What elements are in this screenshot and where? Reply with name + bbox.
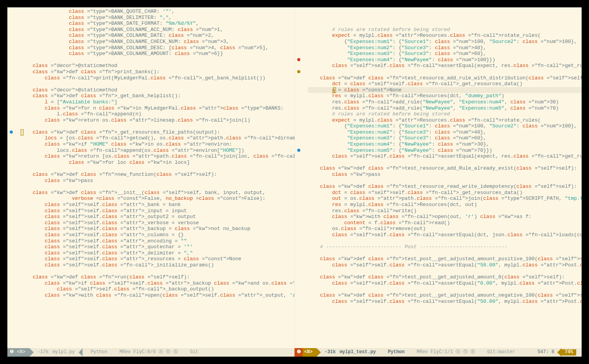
code-line[interactable]: class ="type">BANK_COLNAME_AMOUNT: class… xyxy=(21,51,294,57)
code-line[interactable]: l.class ="fn-call">append(n) xyxy=(21,111,294,117)
minor-modes[interactable]: MRev FlyC:1/1 Ⓐ ⓗ Ⓢ xyxy=(413,348,479,357)
code-line[interactable]: class ="kw">def class ="fn">test_post__g… xyxy=(308,256,582,262)
code-line[interactable]: class ="self">self.class ="attr">_bank =… xyxy=(21,202,294,208)
code-line[interactable]: class ="kw">pass xyxy=(308,172,582,178)
code-line[interactable]: class ="self">self.class ="fn-call">_ini… xyxy=(21,262,294,268)
code-line[interactable]: class ="kw">def class ="fn">_get_bank_he… xyxy=(21,93,294,99)
code-line[interactable]: class ="self">self.class ="fn-call">asse… xyxy=(308,63,582,69)
code-line[interactable]: {"Expenses:num1": {"Source1": class ="nu… xyxy=(308,39,582,45)
buffer-name[interactable]: mylpl.py xyxy=(52,348,79,357)
code-line[interactable]: class ="kw">if class ="self">self.class … xyxy=(21,280,294,287)
code-line[interactable]: class ="self">self.class ="attr">_output… xyxy=(21,214,294,220)
code-line[interactable]: class ="kw">return [os.class ="attr">pat… xyxy=(21,153,294,160)
code-line[interactable] xyxy=(308,178,582,184)
code-line[interactable]: "Expenses:num4": {"NewPayee": class ="nu… xyxy=(308,141,582,148)
code-line[interactable]: res.class ="fn-call">add_rule("NewPayee"… xyxy=(308,105,582,112)
code-line[interactable]: class ="decor">@staticmethod xyxy=(21,87,294,93)
code-line[interactable] xyxy=(21,123,294,129)
code-line[interactable]: content = f.class ="fn-call">read() xyxy=(308,220,582,226)
right-gutter[interactable] xyxy=(295,7,308,348)
minor-modes[interactable]: MRev FlyC:0/0 Ⓐ ⓗ Ⓢ xyxy=(115,348,182,357)
code-line[interactable]: dct = class ="self">self.class ="fn-call… xyxy=(308,81,582,87)
code-line[interactable]: # rules are rotated before being stored xyxy=(308,27,582,33)
code-line[interactable]: l = ["Available banks:"] xyxy=(21,99,294,105)
code-line[interactable] xyxy=(21,184,294,190)
code-line[interactable]: class ="kw">def class ="fn">__init__(cla… xyxy=(21,190,294,196)
code-line[interactable]: class ="kw">def class ="fn">test_post__g… xyxy=(308,274,582,280)
code-line[interactable]: class ="self">self.class ="attr">_quotec… xyxy=(21,244,294,250)
left-gutter[interactable] xyxy=(7,7,21,348)
code-line[interactable] xyxy=(21,165,294,172)
code-line[interactable]: os.class ="fn-call">remove(out) xyxy=(308,226,582,232)
code-line[interactable]: class ="self">self.class ="fn-call">asse… xyxy=(308,299,582,305)
code-line[interactable]: "Expenses:num2": {"Source3": class ="num… xyxy=(308,129,582,136)
code-line[interactable]: class ="type">BANK_DATE_FORMAT: "%m/%d/%… xyxy=(21,21,294,27)
code-line[interactable]: verbose =class ="const">False, no_backup… xyxy=(21,196,294,202)
major-mode[interactable]: Python xyxy=(87,348,111,357)
code-line[interactable]: {"Expenses:num1": {"Source1": class ="nu… xyxy=(308,123,582,129)
right-code-area[interactable]: # rules are rotated before being stored … xyxy=(308,7,582,348)
right-pane[interactable]: # rules are rotated before being stored … xyxy=(294,7,582,348)
code-line[interactable] xyxy=(308,268,582,275)
gutter-marker-icon[interactable] xyxy=(297,58,300,61)
code-line[interactable] xyxy=(308,160,582,166)
code-line[interactable] xyxy=(21,268,294,275)
gutter-marker-icon[interactable] xyxy=(10,130,13,134)
code-line[interactable]: class ="self">self.class ="fn-call">asse… xyxy=(308,280,582,287)
code-line[interactable]: class ="self">self.class ="attr">_delimi… xyxy=(21,250,294,256)
code-line[interactable]: class ="kw">def class ="fn">run(class ="… xyxy=(21,274,294,280)
left-modeline[interactable]: ❶ <N> - 17k mylpl.py Python MRev FlyC:0/… xyxy=(7,348,294,357)
code-line[interactable]: "Expenses:num3": {"Source3": class ="num… xyxy=(308,51,582,57)
code-line[interactable]: class ="kw">pass xyxy=(21,178,294,184)
code-line[interactable]: res = mylpl.class ="fn-call">Resources(d… xyxy=(308,202,582,208)
code-line[interactable]: class ="self">self.class ="attr">_input … xyxy=(21,208,294,214)
code-line[interactable]: class ="self">self.class ="fn-call">_bac… xyxy=(21,286,294,292)
code-line[interactable]: class ="kw">for loc class ="kw">in locs] xyxy=(21,160,294,166)
code-line[interactable]: "Expenses:num5": {"NewPayee": class ="nu… xyxy=(308,148,582,154)
code-line[interactable]: class ="kw">return os.class ="attr">line… xyxy=(21,117,294,124)
code-line[interactable]: class ="kw">for n class ="kw">in MyLedge… xyxy=(21,105,294,112)
code-line[interactable]: out = os.class ="attr">path.class ="fn-c… xyxy=(308,196,582,202)
code-line[interactable]: res.class ="fn-call">add_rule("NewPayee"… xyxy=(308,99,582,105)
code-line[interactable]: class ="kw">def class ="fn">test_post__g… xyxy=(308,292,582,299)
code-line[interactable] xyxy=(308,238,582,244)
gutter-marker-icon[interactable] xyxy=(297,70,300,73)
code-line[interactable]: expect = mylpl.class ="attr">Resources.c… xyxy=(308,117,582,124)
left-code-area[interactable]: class ="type">BANK_QUOTE_CHAR: '"', clas… xyxy=(21,7,294,348)
code-line[interactable] xyxy=(21,57,294,63)
left-pane[interactable]: class ="type">BANK_QUOTE_CHAR: '"', clas… xyxy=(7,7,294,348)
code-line[interactable]: class ="self">self.class ="attr">_column… xyxy=(21,232,294,238)
code-line[interactable] xyxy=(308,69,582,75)
code-line[interactable]: class ="kw">def class ="fn">_get_resourc… xyxy=(21,129,294,136)
code-line[interactable]: class ="kw">def class ="fn">test_resourc… xyxy=(308,184,582,190)
code-line[interactable] xyxy=(21,81,294,87)
code-line[interactable]: locs.class ="fn-call">append(os.class ="… xyxy=(21,148,294,154)
vcs-indicator[interactable]: Git:master xyxy=(483,348,519,357)
code-line[interactable]: class ="self">self.class ="attr">_resour… xyxy=(21,256,294,262)
code-line[interactable]: # ------------------------- Post -------… xyxy=(308,244,582,250)
code-line[interactable]: class ="self">self.class ="attr">_encodi… xyxy=(21,238,294,244)
code-line[interactable]: class ="type">BANK_COLNAME_DESC: [class … xyxy=(21,45,294,51)
code-line[interactable]: class ="self">self.class ="fn-call">asse… xyxy=(308,153,582,160)
code-line[interactable]: a = class ="const">None xyxy=(308,87,582,93)
code-line[interactable]: class ="self">self.class ="fn-call">asse… xyxy=(308,262,582,268)
code-line[interactable]: "Expenses:num3": {"Source3": class ="num… xyxy=(308,135,582,141)
code-line[interactable]: class ="self">self.class ="attr">_backup… xyxy=(21,226,294,232)
code-line[interactable]: res = mylpl.class ="fn-call">Resources(d… xyxy=(308,93,582,99)
code-line[interactable]: class ="kw">def class ="fn">test_resourc… xyxy=(308,165,582,172)
major-mode[interactable]: Python xyxy=(384,348,408,357)
code-line[interactable] xyxy=(308,250,582,256)
code-line[interactable]: class ="kw">def class ="fn">test_resourc… xyxy=(308,75,582,81)
code-line[interactable]: class ="self">self.class ="fn-call">asse… xyxy=(308,232,582,238)
code-line[interactable]: class ="fn-call">print(MyLedgerPal.class… xyxy=(21,75,294,81)
code-line[interactable]: expect = mylpl.class ="attr">Resources.c… xyxy=(308,33,582,39)
code-line[interactable]: "Expenses:num4": {"NewPayee": class ="nu… xyxy=(308,57,582,63)
code-line[interactable]: class ="self">self.class ="attr">_verbos… xyxy=(21,220,294,226)
buffer-name[interactable]: mylpl_test.py xyxy=(339,348,380,357)
code-line[interactable]: class ="type">BANK_QUOTE_CHAR: '"', xyxy=(21,9,294,15)
gutter-marker-icon[interactable] xyxy=(297,149,300,152)
code-line[interactable]: class ="type">BANK_DELIMITER: ",", xyxy=(21,15,294,21)
right-modeline[interactable]: ❷ <N> - 31k mylpl_test.py Python MRev Fl… xyxy=(294,348,582,357)
vcs-indicator[interactable]: Git xyxy=(186,348,202,357)
code-line[interactable]: class ="decor">@staticmethod xyxy=(21,63,294,69)
